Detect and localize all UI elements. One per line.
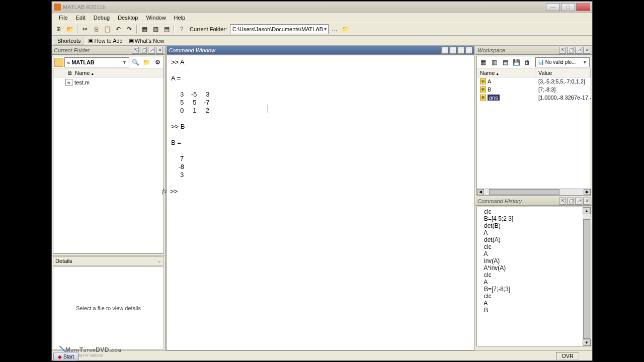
dock-icon[interactable]: ⇱ xyxy=(132,47,139,54)
scroll-thumb[interactable] xyxy=(489,189,559,195)
folder-action-icon[interactable]: 📁 xyxy=(141,57,151,67)
history-entry[interactable]: clc xyxy=(479,272,581,279)
maximize-panel-icon[interactable]: ↗ xyxy=(575,47,582,54)
header-value[interactable]: Value xyxy=(535,68,591,77)
open-icon[interactable]: 📂 xyxy=(65,24,75,34)
fx-icon[interactable]: fx xyxy=(162,187,170,195)
details-header[interactable]: Details ⌄ xyxy=(53,256,164,265)
scroll-down-icon[interactable]: ▼ xyxy=(583,339,591,346)
history-entry[interactable]: clc xyxy=(479,293,581,300)
copy-icon[interactable]: ⎘ xyxy=(91,24,101,34)
close-button[interactable]: ✕ xyxy=(576,3,590,11)
app-window: MATLAB R2011b — ▢ ✕ File Edit Debug Desk… xyxy=(51,1,593,361)
redo-icon[interactable]: ↷ xyxy=(124,24,134,34)
close-panel-icon[interactable]: ✕ xyxy=(583,198,590,205)
new-icon[interactable]: 🗎 xyxy=(54,24,64,34)
menu-debug[interactable]: Debug xyxy=(90,14,114,22)
search-icon[interactable]: 🔍 xyxy=(130,57,140,67)
menu-edit[interactable]: Edit xyxy=(72,14,90,22)
scroll-up-icon[interactable]: ▲ xyxy=(583,207,591,214)
simulink-icon[interactable]: ▦ xyxy=(139,24,149,34)
maximize-panel-icon[interactable]: ↗ xyxy=(575,198,582,205)
file-item[interactable]: fx test.m xyxy=(53,78,164,86)
scroll-thumb[interactable] xyxy=(583,219,590,339)
header-name[interactable]: Name xyxy=(477,68,535,77)
scroll-right-icon[interactable]: ▶ xyxy=(584,189,591,195)
history-entry[interactable]: inv(A) xyxy=(479,257,581,264)
gear-icon[interactable]: ⚙ xyxy=(152,57,163,67)
command-window-body[interactable]: >> A A = 3 -5 3 5 5 -7 0 1 2 >> B B = 7 … xyxy=(167,55,474,350)
menu-help[interactable]: Help xyxy=(170,14,190,22)
minimize-panel-icon[interactable]: ▢ xyxy=(140,47,147,54)
minimize-panel-icon[interactable]: ▢ xyxy=(567,198,574,205)
details-panel: Details ⌄ Select a file to view details xyxy=(52,255,165,350)
file-list: fx test.m xyxy=(53,77,164,253)
browse-folder-icon[interactable]: … xyxy=(330,24,340,34)
folder-icon[interactable] xyxy=(54,58,63,67)
minimize-button[interactable]: — xyxy=(546,3,560,11)
title-text: MATLAB R2011b xyxy=(63,4,106,10)
save-ws-icon[interactable]: 💾 xyxy=(511,57,521,67)
close-panel-icon[interactable]: ✕ xyxy=(465,47,472,54)
open-var-icon[interactable]: ▥ xyxy=(489,57,499,67)
scroll-left-icon[interactable]: ◀ xyxy=(477,189,484,195)
guide-icon[interactable]: ▥ xyxy=(150,24,160,34)
file-name: test.m xyxy=(74,79,90,85)
profiler-icon[interactable]: ▤ xyxy=(162,24,172,34)
minimize-panel-icon[interactable]: ▢ xyxy=(567,47,574,54)
shortcut-how-to-add[interactable]: ▣How to Add xyxy=(86,37,124,44)
history-entry[interactable]: A xyxy=(479,279,581,286)
details-body: Select a file to view details xyxy=(53,266,164,349)
current-folder-combo[interactable]: C:\Users\Jason\Documents\MATLAB ▼ xyxy=(230,24,329,34)
history-entry[interactable]: A xyxy=(479,229,581,236)
menu-window[interactable]: Window xyxy=(142,14,170,22)
delete-var-icon[interactable]: 🗑 xyxy=(522,57,532,67)
history-vscroll[interactable]: ▲ ▼ xyxy=(583,207,591,346)
history-entry[interactable]: det(A) xyxy=(479,236,581,243)
command-history-title: Command History xyxy=(477,198,522,204)
close-panel-icon[interactable]: ✕ xyxy=(583,47,590,54)
history-entry[interactable]: clc xyxy=(479,243,581,250)
file-list-header[interactable]: 🗎 Name xyxy=(53,68,164,77)
dock-icon[interactable]: ⇱ xyxy=(441,47,448,54)
plot-selector[interactable]: 📊 No valid plo... ▼ xyxy=(535,57,590,67)
cut-icon[interactable]: ✂ xyxy=(80,24,90,34)
workspace-var-row[interactable]: ⊞A [3,-5,3;5,5,-7;0,1,2] xyxy=(477,77,591,85)
history-entry[interactable]: A xyxy=(479,300,581,307)
history-entry[interactable]: B xyxy=(479,307,581,314)
resize-grip-icon[interactable] xyxy=(583,353,589,359)
maximize-button[interactable]: ▢ xyxy=(561,3,575,11)
new-var-icon[interactable]: ▦ xyxy=(478,57,488,67)
help-icon[interactable]: ? xyxy=(177,24,187,34)
start-button[interactable]: ◆Start xyxy=(53,352,78,361)
mfile-icon: fx xyxy=(65,79,72,86)
import-icon[interactable]: ▤ xyxy=(500,57,510,67)
history-entry[interactable]: B=[4 5;2 3] xyxy=(479,215,581,222)
go-up-icon[interactable]: 📁 xyxy=(341,24,351,34)
undo-icon[interactable]: ↶ xyxy=(113,24,123,34)
matrix-icon: ⊞ xyxy=(480,86,486,93)
menu-desktop[interactable]: Desktop xyxy=(114,14,142,22)
close-panel-icon[interactable]: ✕ xyxy=(156,47,163,54)
history-entry[interactable]: B=[7;-8;3] xyxy=(479,286,581,293)
maximize-panel-icon[interactable]: ↗ xyxy=(148,47,155,54)
workspace-var-row[interactable]: ⊞B [7;-8;3] xyxy=(477,85,591,94)
dock-icon[interactable]: ⇱ xyxy=(559,198,566,205)
breadcrumb-combo[interactable]: « MATLAB ▼ xyxy=(64,57,129,67)
maximize-panel-icon[interactable]: ↗ xyxy=(457,47,464,54)
history-list[interactable]: clc B=[4 5;2 3] det(B) A det(A) clc A in… xyxy=(477,207,583,346)
history-entry[interactable]: clc xyxy=(479,208,581,215)
dock-icon[interactable]: ⇱ xyxy=(559,47,566,54)
menu-file[interactable]: File xyxy=(55,14,72,22)
workspace-var-row[interactable]: ⊞ans [1.0000,-8.3267e-17,-... xyxy=(477,94,591,102)
paste-icon[interactable]: 📋 xyxy=(102,24,112,34)
history-entry[interactable]: A xyxy=(479,250,581,257)
history-entry[interactable]: A*inv(A) xyxy=(479,264,581,272)
command-output: >> A A = 3 -5 3 5 5 -7 0 1 2 >> B B = 7 … xyxy=(171,58,210,178)
matlab-icon xyxy=(54,4,61,11)
workspace-header: Name Value xyxy=(477,68,591,77)
workspace-hscroll[interactable]: ◀ ▶ xyxy=(477,188,591,195)
shortcut-whats-new[interactable]: ▣What's New xyxy=(127,37,166,44)
history-entry[interactable]: det(B) xyxy=(479,222,581,229)
minimize-panel-icon[interactable]: ▢ xyxy=(449,47,456,54)
